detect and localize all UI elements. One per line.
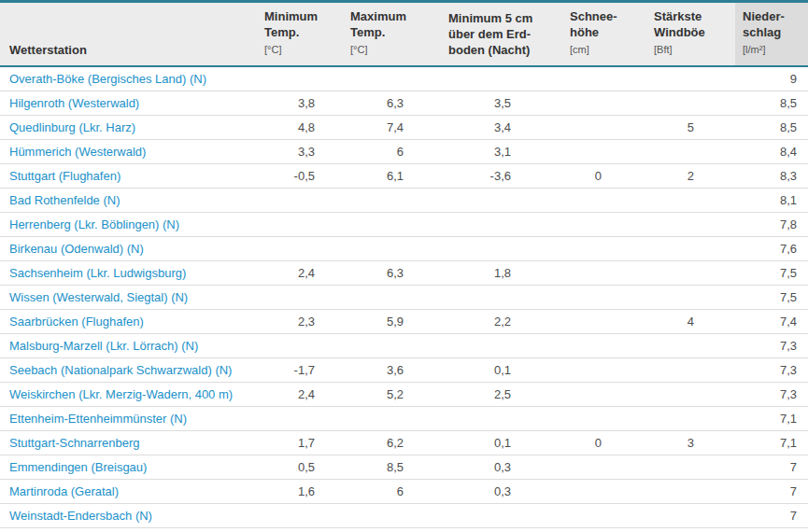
snow-depth-cell [562, 480, 646, 504]
column-header-snow-depth[interactable]: Schnee- höhe [cm] [562, 2, 646, 67]
station-link[interactable]: Birkenau (Odenwald) (N) [9, 242, 144, 256]
column-header-station[interactable]: Wetterstation [0, 2, 257, 67]
station-cell: Bad Rothenfelde (N) [0, 189, 257, 213]
snow-depth-cell [562, 213, 646, 237]
wind-gust-cell [646, 213, 735, 237]
max-temp-cell [343, 334, 441, 358]
station-link[interactable]: Seebach (Nationalpark Schwarzwald) (N) [9, 363, 232, 377]
max-temp-cell [343, 189, 441, 213]
snow-depth-cell: 0 [562, 431, 646, 455]
station-cell: Weiskirchen (Lkr. Merzig-Wadern, 400 m) [0, 383, 257, 407]
snow-depth-cell [562, 504, 646, 528]
snow-depth-cell [562, 455, 646, 480]
max-temp-cell [343, 407, 441, 431]
header-label: Stärkste [654, 8, 735, 24]
station-link[interactable]: Quedlinburg (Lkr. Harz) [9, 120, 135, 134]
table-header: Wetterstation Minimum Temp. [°C] Maximum… [0, 2, 808, 67]
station-link[interactable]: Ettenheim-Ettenheimmünster (N) [9, 412, 187, 426]
header-label: Nieder- [743, 8, 808, 24]
table-row: Sachsenheim (Lkr. Ludwigsburg)2,46,31,87… [0, 261, 808, 286]
station-cell: Hilgenroth (Westerwald) [0, 91, 257, 116]
wind-gust-cell [646, 140, 735, 164]
max-temp-cell [343, 66, 441, 91]
table-row: Weinstadt-Endersbach (N)7 [0, 504, 808, 528]
max-temp-cell [343, 286, 441, 310]
precipitation-cell: 8,4 [735, 140, 808, 164]
station-link[interactable]: Stuttgart-Schnarrenberg [9, 436, 139, 450]
column-header-min-5cm[interactable]: Minimum 5 cm über dem Erd- boden (Nacht) [441, 2, 562, 67]
wind-gust-cell [646, 261, 735, 286]
min-5cm-cell: 0,3 [441, 480, 562, 504]
snow-depth-cell [562, 116, 646, 140]
wind-gust-cell [646, 237, 735, 261]
snow-depth-cell [562, 66, 646, 91]
precipitation-cell: 7,5 [735, 286, 808, 310]
station-cell: Stuttgart-Schnarrenberg [0, 431, 257, 455]
table-row: Quedlinburg (Lkr. Harz)4,87,43,458,5 [0, 116, 808, 140]
header-label: Wetterstation [9, 42, 257, 58]
column-header-min-temp[interactable]: Minimum Temp. [°C] [257, 2, 343, 67]
station-link[interactable]: Stuttgart (Flughafen) [9, 169, 120, 183]
station-link[interactable]: Bad Rothenfelde (N) [9, 193, 120, 207]
wind-gust-cell [646, 407, 735, 431]
min-5cm-cell: 1,8 [441, 261, 562, 286]
header-label: Minimum 5 cm [448, 10, 562, 26]
min-temp-cell: 3,8 [257, 91, 343, 116]
station-link[interactable]: Hilgenroth (Westerwald) [9, 96, 139, 110]
precipitation-cell: 8,5 [735, 91, 808, 116]
min-temp-cell: 3,3 [257, 140, 343, 164]
table-row: Stuttgart-Schnarrenberg1,76,20,1037,1 [0, 431, 808, 455]
table-row: Ettenheim-Ettenheimmünster (N)7,1 [0, 407, 808, 431]
snow-depth-cell [562, 189, 646, 213]
table-row: Overath-Böke (Bergisches Land) (N)9 [0, 66, 808, 91]
station-link[interactable]: Herrenberg (Lkr. Böblingen) (N) [9, 217, 179, 231]
station-link[interactable]: Weinstadt-Endersbach (N) [9, 509, 152, 523]
station-link[interactable]: Sachsenheim (Lkr. Ludwigsburg) [9, 266, 186, 280]
station-link[interactable]: Martinroda (Geratal) [9, 484, 119, 498]
min-temp-cell: -1,7 [257, 358, 343, 383]
snow-depth-cell [562, 286, 646, 310]
station-link[interactable]: Malsburg-Marzell (Lkr. Lörrach) (N) [9, 339, 198, 353]
station-link[interactable]: Weiskirchen (Lkr. Merzig-Wadern, 400 m) [9, 387, 233, 401]
min-5cm-cell [441, 286, 562, 310]
table-row: Martinroda (Geratal)1,660,37 [0, 480, 808, 504]
table-body: Overath-Böke (Bergisches Land) (N)9Hilge… [0, 66, 808, 528]
station-link[interactable]: Wissen (Westerwald, Siegtal) (N) [9, 290, 188, 304]
wind-gust-cell: 4 [646, 310, 735, 334]
station-cell: Weinstadt-Endersbach (N) [0, 504, 257, 528]
precipitation-cell: 7,4 [735, 310, 808, 334]
precipitation-cell: 7,5 [735, 261, 808, 286]
max-temp-cell [343, 504, 441, 528]
station-link[interactable]: Hümmerich (Westerwald) [9, 145, 146, 159]
station-cell: Wissen (Westerwald, Siegtal) (N) [0, 286, 257, 310]
header-unit: [cm] [570, 42, 646, 58]
snow-depth-cell [562, 237, 646, 261]
column-header-max-temp[interactable]: Maximum Temp. [°C] [343, 2, 441, 67]
min-temp-cell [257, 66, 343, 91]
station-link[interactable]: Overath-Böke (Bergisches Land) (N) [9, 72, 206, 86]
column-header-wind-gust[interactable]: Stärkste Windböe [Bft] [646, 2, 735, 67]
min-temp-cell: -0,5 [257, 164, 343, 189]
header-label: Temp. [350, 24, 441, 40]
station-link[interactable]: Saarbrücken (Flughafen) [9, 315, 144, 329]
table-row: Birkenau (Odenwald) (N)7,6 [0, 237, 808, 261]
wind-gust-cell: 3 [646, 431, 735, 455]
min-temp-cell [257, 504, 343, 528]
min-temp-cell: 2,4 [257, 261, 343, 286]
header-label: Windböe [654, 24, 735, 40]
column-header-precipitation[interactable]: Nieder- schlag [l/m²] [735, 2, 808, 67]
table-row: Weiskirchen (Lkr. Merzig-Wadern, 400 m)2… [0, 383, 808, 407]
station-cell: Overath-Böke (Bergisches Land) (N) [0, 66, 257, 91]
wind-gust-cell [646, 334, 735, 358]
min-temp-cell: 2,4 [257, 383, 343, 407]
station-link[interactable]: Emmendingen (Breisgau) [9, 460, 147, 474]
min-5cm-cell [441, 407, 562, 431]
min-temp-cell: 1,6 [257, 480, 343, 504]
table-row: Stuttgart (Flughafen)-0,56,1-3,6028,3 [0, 164, 808, 189]
station-cell: Sachsenheim (Lkr. Ludwigsburg) [0, 261, 257, 286]
max-temp-cell: 6,2 [343, 431, 441, 455]
precipitation-cell: 8,1 [735, 189, 808, 213]
table-row: Seebach (Nationalpark Schwarzwald) (N)-1… [0, 358, 808, 383]
station-cell: Quedlinburg (Lkr. Harz) [0, 116, 257, 140]
precipitation-cell: 7 [735, 480, 808, 504]
